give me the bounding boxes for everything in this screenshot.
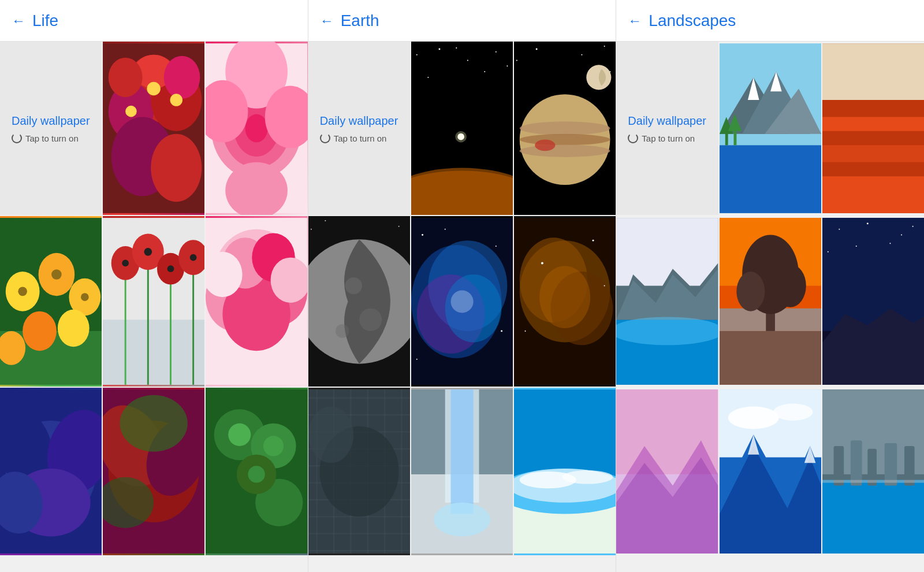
svg-point-105 [398,226,399,227]
life-back-button[interactable]: ← [12,14,25,28]
svg-point-74 [229,424,251,446]
life-daily-action: Tap to turn on [25,133,79,143]
life-img-dark-leaves[interactable] [0,388,102,555]
earth-back-button[interactable]: ← [320,14,334,28]
svg-point-91 [516,60,517,61]
svg-point-118 [445,229,446,230]
app-container: ← Life Daily wallpaper Tap to turn on [0,0,924,572]
life-daily-label: Daily wallpaper [12,113,90,128]
svg-point-119 [501,330,502,332]
earth-grid-container: Daily wallpaper Tap to turn on [308,42,616,572]
svg-point-120 [416,359,418,360]
life-header: ← Life [0,0,308,42]
svg-point-79 [438,48,440,50]
life-title: Life [32,12,58,30]
life-img-yellow-flowers[interactable] [0,216,102,387]
landscapes-img-dark-silhouette[interactable] [822,216,924,387]
svg-rect-150 [720,145,821,213]
earth-img-jupiter[interactable] [514,42,616,215]
svg-point-83 [427,77,429,78]
svg-point-76 [248,466,265,482]
earth-img-dark-texture[interactable] [308,388,410,555]
svg-point-93 [582,54,583,55]
earth-daily-label: Daily wallpaper [320,113,398,128]
earth-img-blue-nebula[interactable] [411,216,513,387]
svg-point-43 [144,248,152,256]
svg-point-100 [535,140,555,151]
landscapes-img-lone-tree[interactable] [720,216,821,387]
life-grid-container: Daily wallpaper Tap to turn on [0,42,308,572]
svg-point-80 [467,60,468,61]
landscapes-title: Landscapes [649,12,736,30]
svg-point-9 [147,82,161,95]
svg-point-94 [604,46,605,47]
svg-point-82 [506,65,508,66]
life-img-red-poppies[interactable] [103,216,204,387]
svg-rect-209 [851,440,862,485]
svg-rect-183 [822,218,924,331]
svg-rect-164 [822,131,924,145]
svg-point-187 [912,226,913,227]
svg-rect-208 [833,446,844,486]
landscapes-daily-label: Daily wallpaper [628,113,706,128]
landscapes-refresh-icon [628,133,638,143]
svg-point-199 [728,406,778,429]
svg-rect-166 [822,162,924,176]
svg-rect-207 [822,480,924,554]
svg-point-142 [434,503,490,537]
landscapes-daily-wallpaper[interactable]: Daily wallpaper Tap to turn on [616,42,718,215]
landscapes-img-coast[interactable] [616,216,718,387]
life-img-succulents[interactable] [206,388,307,555]
svg-rect-161 [822,43,924,100]
panel-earth: ← Earth Daily wallpaper Tap to turn on [308,0,617,572]
svg-point-16 [245,114,268,143]
svg-point-87 [411,170,513,215]
svg-point-125 [539,266,590,328]
earth-img-star-planet[interactable] [411,42,513,215]
earth-img-moon[interactable] [308,216,410,387]
earth-title: Earth [341,12,379,30]
svg-point-30 [51,269,62,280]
svg-point-66 [120,395,188,452]
landscapes-img-sea-rocks[interactable] [822,388,924,555]
svg-point-27 [58,310,90,347]
landscapes-img-desert[interactable] [822,42,924,215]
life-img-pink-dahlia[interactable] [206,42,307,215]
earth-img-ocean-wave[interactable] [514,388,616,555]
svg-point-148 [562,470,613,484]
svg-point-26 [23,311,57,351]
svg-point-103 [311,229,312,230]
landscapes-grid-container: Daily wallpaper Tap to turn on [616,42,924,572]
landscapes-img-blue-sky-mountain[interactable] [720,388,821,555]
svg-point-81 [495,51,497,53]
landscapes-back-button[interactable]: ← [628,14,642,28]
svg-point-127 [593,240,594,242]
earth-img-brown-nebula[interactable] [514,216,616,387]
earth-daily-wallpaper[interactable]: Daily wallpaper Tap to turn on [308,42,410,215]
svg-rect-167 [822,176,924,213]
svg-rect-213 [822,480,924,483]
svg-point-75 [263,436,284,456]
svg-point-5 [109,58,143,98]
life-img-red-tropical-leaves[interactable] [103,388,204,555]
svg-point-184 [839,229,840,230]
svg-point-173 [616,317,718,345]
svg-point-136 [308,406,353,463]
svg-point-186 [901,234,902,235]
life-daily-wallpaper[interactable]: Daily wallpaper Tap to turn on [0,42,102,215]
life-img-red-flowers[interactable] [103,42,204,215]
landscapes-img-pink-sky[interactable] [616,388,718,555]
svg-point-78 [416,54,418,55]
svg-point-92 [536,48,538,50]
landscapes-img-mountain-lake[interactable] [720,42,821,215]
landscapes-image-grid: Daily wallpaper Tap to turn on [616,42,924,555]
life-image-grid: Daily wallpaper Tap to turn on [0,42,308,555]
svg-point-181 [774,264,806,307]
svg-point-99 [520,144,610,157]
svg-point-84 [484,71,485,72]
life-img-pink-bouquet[interactable] [206,216,307,387]
svg-rect-163 [822,117,924,131]
svg-point-129 [525,330,526,332]
earth-img-waterfall[interactable] [411,388,513,555]
svg-point-89 [455,131,467,143]
